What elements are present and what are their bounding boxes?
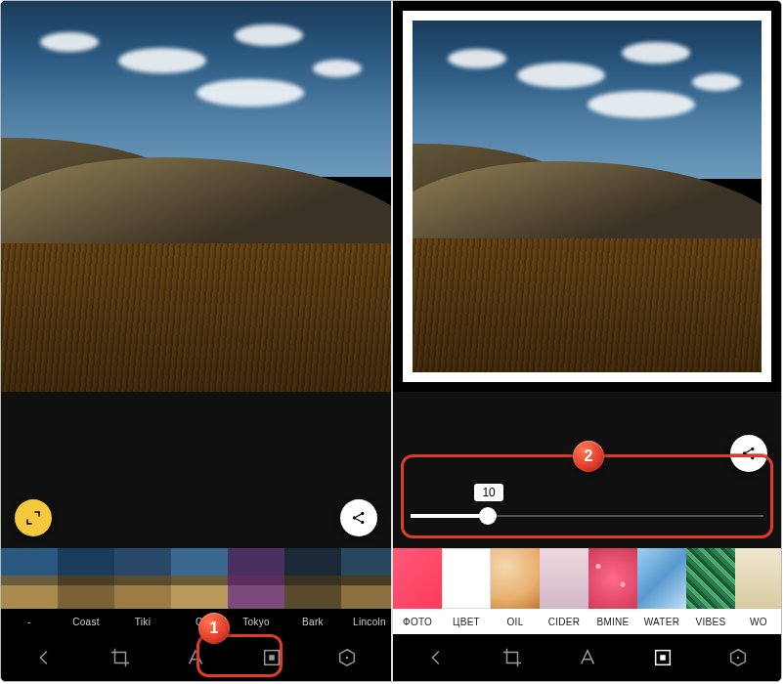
shape-button[interactable] [324,639,370,676]
svg-point-6 [743,451,746,454]
filter-thumb-bark[interactable]: Bark [284,548,341,634]
filter-label: Bark [284,609,341,634]
hexagon-icon [336,647,358,668]
shape-button[interactable] [715,639,762,676]
bg-label: OIL [491,609,540,634]
filter-label: Tiki [114,609,171,634]
slider-fill [411,514,488,518]
text-button[interactable] [564,639,611,676]
svg-point-2 [361,521,364,524]
right-panel: 10 ФОТО ЦВЕТ OIL CIDER [391,1,781,681]
frame-icon [652,647,674,668]
text-icon [185,647,206,668]
crop-button[interactable] [97,639,144,676]
filter-label: - [1,609,58,634]
bg-thumb-vibes[interactable]: VIBES [686,548,735,634]
filter-thumb-lincoln[interactable]: Lincoln [341,548,391,634]
hexagon-icon [727,647,749,668]
filter-thumb-o[interactable]: O [171,548,228,634]
bg-thumb-oil[interactable]: OIL [491,548,540,634]
slider-thumb[interactable] [479,507,497,525]
filter-label: Tokyo [228,609,284,634]
bg-label: WO [735,609,781,634]
filter-label: O [171,609,228,634]
bg-thumb-bmine[interactable]: BMINE [588,548,637,634]
share-button[interactable] [340,499,377,536]
crop-icon [501,647,523,668]
crop-icon [109,647,131,668]
expand-button[interactable] [15,499,52,536]
svg-point-7 [751,448,754,450]
bg-thumb-water[interactable]: WATER [637,548,686,634]
expand-icon [24,509,42,527]
photo-preview-framed[interactable] [393,1,781,392]
filter-thumb-tokyo[interactable]: Tokyo [228,548,284,634]
bg-label: ФОТО [393,609,442,634]
bg-label: VIBES [686,609,735,634]
back-button[interactable] [414,639,460,676]
bg-label: CIDER [540,609,588,634]
chevron-left-icon [426,647,448,668]
frame-button[interactable] [639,639,686,676]
share-icon [740,445,758,462]
svg-point-11 [736,657,739,660]
bg-thumb-photo[interactable]: ФОТО [393,548,442,634]
border-size-slider[interactable]: 10 [411,488,763,538]
svg-point-1 [361,512,364,515]
bg-label: WATER [637,609,686,634]
crop-button[interactable] [489,639,536,676]
filter-thumb-none[interactable]: - [1,548,58,634]
frame-button[interactable] [248,639,295,676]
svg-point-5 [346,657,349,660]
slider-value-tooltip: 10 [474,484,502,501]
share-icon [350,509,368,527]
filter-strip[interactable]: - Coast Tiki O Tokyo Bark [1,548,391,634]
photo-preview[interactable] [1,1,391,392]
controls-area: 10 [393,392,781,548]
bg-thumb-cider[interactable]: CIDER [540,548,588,634]
text-icon [577,647,598,668]
bottom-toolbar [1,634,391,681]
bg-label: BMINE [588,609,637,634]
left-panel: - Coast Tiki O Tokyo Bark [1,1,391,681]
filter-thumb-coast[interactable]: Coast [58,548,114,634]
background-strip[interactable]: ФОТО ЦВЕТ OIL CIDER BMINE WATER [393,548,781,634]
svg-rect-10 [660,655,666,661]
filter-label: Coast [58,609,114,634]
back-button[interactable] [22,639,68,676]
bottom-toolbar [393,634,781,681]
filter-label: Lincoln [341,609,391,634]
bg-thumb-color[interactable]: ЦВЕТ [442,548,491,634]
bg-thumb-wo[interactable]: WO [735,548,781,634]
chevron-left-icon [34,647,56,668]
bg-label: ЦВЕТ [442,609,491,634]
text-button[interactable] [172,639,219,676]
svg-rect-4 [269,655,275,661]
svg-point-0 [353,516,356,519]
svg-point-8 [751,456,754,459]
share-button[interactable] [730,435,767,472]
frame-icon [261,647,283,668]
controls-area [1,392,391,548]
filter-thumb-tiki[interactable]: Tiki [114,548,171,634]
